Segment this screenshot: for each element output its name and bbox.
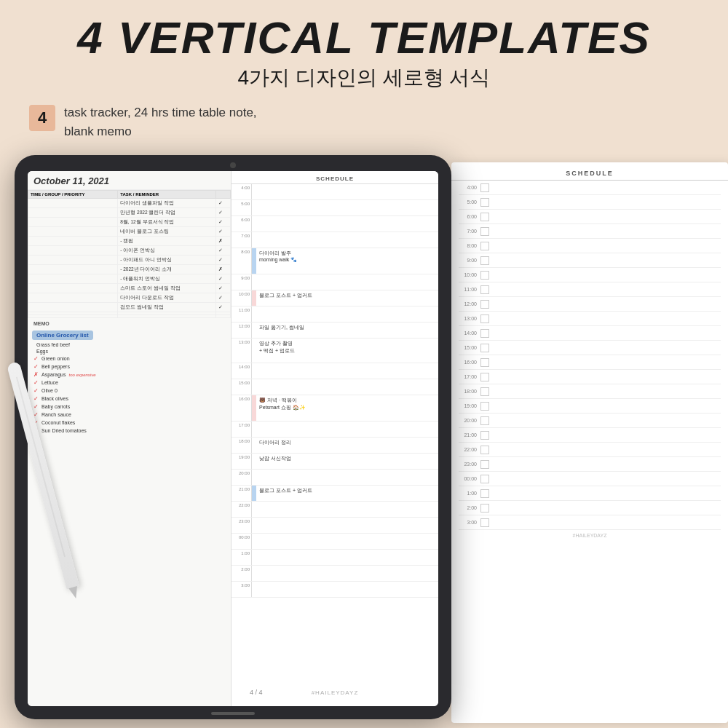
sched-row: 15:00 (232, 379, 438, 395)
table-row: - 애플워치 언박싱✓ (28, 274, 231, 284)
sched-row: 11:00 (232, 306, 438, 323)
sched-row: 14:00 (232, 363, 438, 379)
list-item: ✓Coconut flakes (33, 419, 225, 427)
table-row: 네이버 블로그 포스팅✓ (28, 227, 231, 237)
list-item: ✓Ranch sauce (33, 411, 225, 419)
sched-row: 17:00 (232, 422, 438, 438)
list-item: ✓Sun Dried tomatoes (33, 427, 225, 435)
sched-row: 23:00 (232, 518, 438, 534)
list-item: Grass fed beef (33, 341, 225, 348)
page-subtitle: 4가지 디자인의 세로형 서식 (0, 64, 728, 92)
sched-row: 19:00 낮잠 서신작업 (232, 454, 438, 470)
sched-row: 20:00 (232, 470, 438, 486)
paper-row: 14:00 (459, 326, 721, 341)
table-row: 다이어리 다운로드 작업✓ (28, 293, 231, 303)
sched-row: 12:00 파일 옮기기, 썸네일 (232, 323, 438, 339)
list-item: ✓Green onion (33, 355, 225, 363)
tablet-camera (230, 162, 236, 168)
schedule-label: SCHEDULE (232, 171, 438, 184)
col-header-time: TIME / GROUP / PRIORITY (28, 191, 118, 199)
date-header: October 11, 2021 (28, 171, 231, 190)
paper-row: 10:00 (459, 268, 721, 282)
paper-row: 21:00 (459, 428, 721, 443)
grocery-header: Online Grocery list (32, 331, 93, 340)
sched-row: 22:00 (232, 502, 438, 518)
sched-row: 18:00 다이어리 정리 (232, 438, 438, 454)
sched-row: 16:00 🐻 저녁 · 떡볶이Petsmart 쇼핑 🏠✨ (232, 395, 438, 422)
sched-row: 8:00 다이어리 발주morning walk 🐾 (232, 248, 438, 274)
paper-watermark: #HAILEYDAYZ (451, 530, 728, 541)
paper-row: 12:00 (459, 297, 721, 312)
sched-row: 3:00 (232, 582, 438, 598)
paper-row: 20:00 (459, 414, 721, 428)
list-item: ✓Bell peppers (33, 363, 225, 371)
sched-row: 9:00 (232, 274, 438, 290)
table-row: 스마트 스토어 썸네일 작업✓ (28, 284, 231, 293)
table-row: 다이어리 샘플파일 작업✓ (28, 199, 231, 208)
badge-number: 4 (29, 105, 55, 131)
sched-row: 13:00 영상 추가 촬영+ 떡집 + 업로드 (232, 339, 438, 363)
page-title: 4 VERTICAL TEMPLATES (0, 13, 728, 63)
paper-rows-container: 4:00 5:00 6:00 7:00 8:00 9:00 (451, 181, 728, 530)
sched-row: 21:00 블로그 포스트 + 업커트 (232, 486, 438, 502)
paper-row: 8:00 (459, 239, 721, 253)
sched-row: 4:00 (232, 184, 438, 200)
table-row: - 2022년 다이어리 소개✗ (28, 265, 231, 274)
sched-row: 1:00 (232, 550, 438, 566)
paper-schedule-label: SCHEDULE (451, 162, 728, 181)
table-row: - 아이폰 언박싱✓ (28, 246, 231, 256)
table-row: 8월, 12월 무료서식 작업✓ (28, 218, 231, 227)
header-section: 4 VERTICAL TEMPLATES 4가지 디자인의 세로형 서식 (0, 0, 728, 96)
left-panel: October 11, 2021 TIME / GROUP / PRIORITY… (28, 171, 232, 706)
info-row: 4 task tracker, 24 hrs time table note, … (0, 96, 728, 148)
task-table: TIME / GROUP / PRIORITY TASK / REMINDER … (28, 190, 231, 318)
paper-row: 15:00 (459, 341, 721, 355)
sched-row: 7:00 (232, 232, 438, 248)
tablet-screen: October 11, 2021 TIME / GROUP / PRIORITY… (28, 171, 438, 706)
list-item: ✓Black olives (33, 395, 225, 403)
paper-row: 2:00 (459, 501, 721, 515)
paper-row: 19:00 (459, 399, 721, 414)
tablet-body: October 11, 2021 TIME / GROUP / PRIORITY… (15, 155, 451, 719)
grocery-list: Grass fed beef Eggs ✓Green onion ✓Bell p… (28, 341, 231, 435)
paper-row: 5:00 (459, 195, 721, 210)
table-row: 검모드 썸네일 작업✓ (28, 303, 231, 312)
paper-row: 6:00 (459, 210, 721, 224)
sched-row: 6:00 (232, 216, 438, 232)
paper-row: 17:00 (459, 370, 721, 384)
paper-row: 3:00 (459, 515, 721, 530)
sched-row: 00:00 (232, 534, 438, 550)
list-item: ✓Olive 0 (33, 387, 225, 395)
paper-row: 18:00 (459, 384, 721, 399)
tablet-device: October 11, 2021 TIME / GROUP / PRIORITY… (15, 148, 466, 723)
col-header-check (216, 191, 231, 199)
list-item: Eggs (33, 348, 225, 355)
table-row: - 캥핌✗ (28, 237, 231, 246)
paper-row: 7:00 (459, 224, 721, 239)
main-content: SCHEDULE 4:00 5:00 6:00 7:00 8:00 (0, 148, 728, 728)
paper-row: 16:00 (459, 355, 721, 370)
tablet-home-button (211, 712, 255, 715)
list-item: ✓Baby carrots (33, 403, 225, 411)
paper-row: 4:00 (459, 181, 721, 195)
page-number: 4 / 4 (250, 689, 263, 696)
table-row: - 아이패드 아니 언박싱✓ (28, 256, 231, 265)
list-item: ✓Lettuce (33, 379, 225, 387)
paper-row: 22:00 (459, 443, 721, 457)
paper-row: 23:00 (459, 457, 721, 472)
paper-row: 1:00 (459, 486, 721, 501)
memo-label: MEMO (28, 318, 231, 329)
date-label: October 11, 2021 (33, 175, 225, 186)
col-header-task: TASK / REMINDER (118, 191, 216, 199)
paper-row: 00:00 (459, 472, 721, 486)
paper-row: 13:00 (459, 312, 721, 326)
sched-row: 2:00 (232, 566, 438, 582)
list-item: ✗Asparagus too expensive (33, 371, 225, 379)
right-panel: SCHEDULE 4:00 5:00 6:0 (232, 171, 438, 706)
sched-row: 5:00 (232, 200, 438, 216)
table-row (28, 315, 231, 318)
tablet-watermark: #HAILEYDAYZ (312, 689, 359, 696)
schedule-rows: 4:00 5:00 6:00 (232, 184, 438, 598)
paper-row: 9:00 (459, 253, 721, 268)
paper-template: SCHEDULE 4:00 5:00 6:00 7:00 8:00 (451, 162, 728, 723)
